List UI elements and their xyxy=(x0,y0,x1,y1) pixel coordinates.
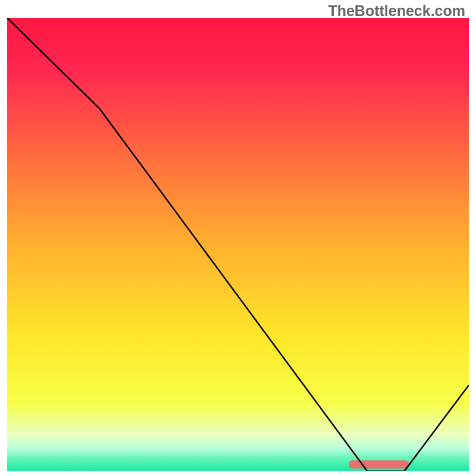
chart-svg xyxy=(7,18,469,471)
chart-container: TheBottleneck.com xyxy=(0,0,476,476)
watermark-text: TheBottleneck.com xyxy=(328,2,465,20)
optimal-marker xyxy=(349,461,409,469)
plot-area xyxy=(7,18,469,471)
